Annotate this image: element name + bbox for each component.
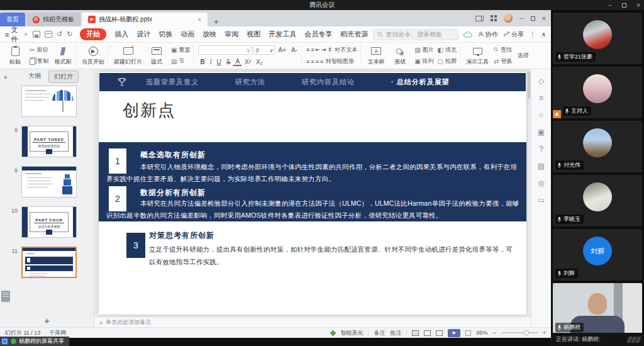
notes-bar[interactable]: ≡ 单击此处添加备注 xyxy=(94,317,531,327)
participant-tile[interactable]: 付光伟 xyxy=(553,121,642,172)
new-tab-button[interactable]: + xyxy=(208,17,225,26)
tab-document[interactable]: P 挑战杯-杨鹏程.pptx × xyxy=(82,13,208,26)
ribbon-tab-review[interactable]: 审阅 xyxy=(225,30,238,39)
increase-font-button[interactable]: A+ xyxy=(276,47,288,53)
align-text-button[interactable]: 对齐文本 xyxy=(333,45,358,55)
find-button[interactable]: 查找 xyxy=(492,45,513,55)
canvas-scrollbar[interactable] xyxy=(528,71,530,99)
numbered-list-icon[interactable]: ≡ xyxy=(311,47,314,53)
add-slide-button[interactable]: + xyxy=(0,315,94,326)
subscript-button[interactable]: X₂ xyxy=(254,59,265,65)
bold-button[interactable]: B xyxy=(198,59,206,65)
underline-button[interactable]: U xyxy=(214,59,223,65)
props-icon[interactable]: ◇ xyxy=(538,77,544,86)
font-color-button[interactable]: A xyxy=(233,58,242,66)
locate-icon[interactable]: ◎ xyxy=(538,179,544,187)
thumbnail-slide-9[interactable]: 9 xyxy=(0,166,94,198)
collapse-panel-icon[interactable]: « xyxy=(4,74,8,81)
bullet-list-icon[interactable]: ≡ xyxy=(306,47,309,53)
meeting-minimize-button[interactable]: − xyxy=(608,2,612,9)
duplicate-icon[interactable]: ▣ xyxy=(538,128,545,137)
fill-button[interactable]: ◧填充 xyxy=(436,45,458,55)
textbox-button[interactable]: A 文本框 xyxy=(365,44,387,67)
display-icon[interactable]: ▭ xyxy=(538,196,545,204)
outdent-icon[interactable]: ⇤ xyxy=(316,47,321,53)
normal-view-icon[interactable] xyxy=(412,330,419,336)
screen-share-badge[interactable]: 杨鹏程的屏幕共享 xyxy=(0,337,69,346)
align-center-icon[interactable]: ≡ xyxy=(311,59,314,65)
line-spacing-icon[interactable]: ⇕ xyxy=(328,47,333,53)
slides-tab[interactable]: 幻灯片 xyxy=(48,70,79,83)
new-slide-button[interactable]: 新建幻灯片 xyxy=(113,44,143,67)
account-avatar[interactable] xyxy=(504,14,513,23)
section-button[interactable]: ▤节 xyxy=(170,57,191,66)
participant-tile[interactable]: 哲学21张豪 xyxy=(553,13,642,64)
ribbon-tab-animation[interactable]: 动画 xyxy=(180,30,194,39)
effects-icon[interactable]: ☆ xyxy=(538,111,545,120)
present-tools-button[interactable]: 演示工具 xyxy=(465,44,490,67)
format-painter-button[interactable]: 格式刷 xyxy=(52,44,74,67)
smart-graphic-button[interactable]: 转智能图形 xyxy=(325,57,355,66)
decrease-font-button[interactable]: A- xyxy=(289,47,299,53)
collaborate-button[interactable]: 协作 xyxy=(478,30,498,39)
zoom-in-button[interactable]: + xyxy=(543,330,546,336)
font-name-select[interactable]: ∨ xyxy=(198,45,252,55)
zoom-out-button[interactable]: − xyxy=(492,330,496,336)
ribbon-tab-design[interactable]: 设计 xyxy=(136,30,150,39)
wps-restore-button[interactable] xyxy=(531,16,535,21)
select-button[interactable]: 选择 xyxy=(516,51,530,60)
font-size-select[interactable]: 0∨ xyxy=(253,45,275,55)
current-slide[interactable]: 选题背景及意义 研究方法 研究内容及结论 · 总结分析及展望 创新点 1 概念选… xyxy=(99,72,526,315)
thumbnail-slide-8[interactable]: 8 PART THREE 研究内容及结论 xyxy=(0,126,94,157)
play-from-current-button[interactable]: ▶ 当页开始 xyxy=(80,44,106,67)
undo-icon[interactable]: ↺ xyxy=(57,30,62,38)
ribbon-tab-insert[interactable]: 插入 xyxy=(114,30,128,39)
split-view-icon[interactable] xyxy=(475,16,484,21)
help-icon[interactable]: ? xyxy=(539,145,543,153)
slideshow-play-button[interactable]: ▶ xyxy=(448,329,460,337)
ribbon-tab-slideshow[interactable]: 放映 xyxy=(203,30,216,39)
outline-tab[interactable]: 大纲 xyxy=(23,70,46,83)
cut-button[interactable]: ✂剪切 xyxy=(28,45,50,55)
thumbnail-slide-10[interactable]: 10 PART FOUR 总结分析及展望 xyxy=(0,206,94,238)
participant-tile-host[interactable]: 主持人 xyxy=(553,67,642,118)
ribbon-tab-view[interactable]: 视图 xyxy=(247,30,260,39)
participant-tile[interactable]: 李晓玉 xyxy=(553,175,642,226)
indent-icon[interactable]: ⇥ xyxy=(321,47,326,53)
command-search-input[interactable]: 查找命令、搜索模板 xyxy=(373,29,458,40)
print-icon[interactable] xyxy=(45,31,52,38)
fit-slide-icon[interactable] xyxy=(465,330,471,336)
notes-toggle[interactable]: 备注 xyxy=(374,329,385,337)
apps-grid-icon[interactable] xyxy=(491,15,497,21)
wps-minimize-button[interactable]: − xyxy=(519,14,523,22)
tab-template-store[interactable]: 稻 找稻壳模板 xyxy=(26,13,80,26)
arrange-button[interactable]: ▣排列 xyxy=(413,57,435,66)
copy-button[interactable]: 复制 xyxy=(28,57,50,66)
settings-icon[interactable]: ≡ xyxy=(539,94,543,103)
ribbon-tab-home[interactable]: 开始 xyxy=(80,28,106,40)
paste-button[interactable]: 粘贴 xyxy=(4,44,26,67)
beautify-button[interactable]: 智能美化 xyxy=(340,329,363,337)
share-button[interactable]: 分享 xyxy=(504,30,524,39)
comments-toggle[interactable]: 批注 xyxy=(390,329,401,337)
more-menu-icon[interactable]: ⋮ xyxy=(530,31,536,38)
tab-close-icon[interactable]: × xyxy=(197,16,201,23)
strikethrough-button[interactable]: S xyxy=(225,59,233,65)
ribbon-tab-resources[interactable]: 稻壳资源 xyxy=(340,30,368,39)
zoom-slider[interactable] xyxy=(501,332,538,333)
collapse-ribbon-icon[interactable]: ∧ xyxy=(541,31,546,38)
participant-tile[interactable]: 刘辉 刘辉 xyxy=(553,229,642,281)
cloud-sync-icon[interactable] xyxy=(464,31,472,38)
picture-button[interactable]: ▨图片 xyxy=(413,45,435,55)
participant-video-tile[interactable]: 杨鹏程 xyxy=(553,283,642,333)
thumbnail-slide-7[interactable] xyxy=(0,86,94,117)
justify-icon[interactable]: ≡ xyxy=(320,59,323,65)
media-icon[interactable]: ▤ xyxy=(538,162,545,170)
ribbon-tab-transition[interactable]: 切换 xyxy=(158,30,172,39)
layout-button[interactable]: 版式 xyxy=(146,44,167,67)
align-right-icon[interactable]: ≡ xyxy=(316,59,319,65)
outline-button[interactable]: ▢轮廓 xyxy=(436,57,458,66)
save-icon[interactable] xyxy=(33,31,40,38)
sorter-view-icon[interactable] xyxy=(424,330,431,336)
italic-button[interactable]: I xyxy=(208,59,214,65)
